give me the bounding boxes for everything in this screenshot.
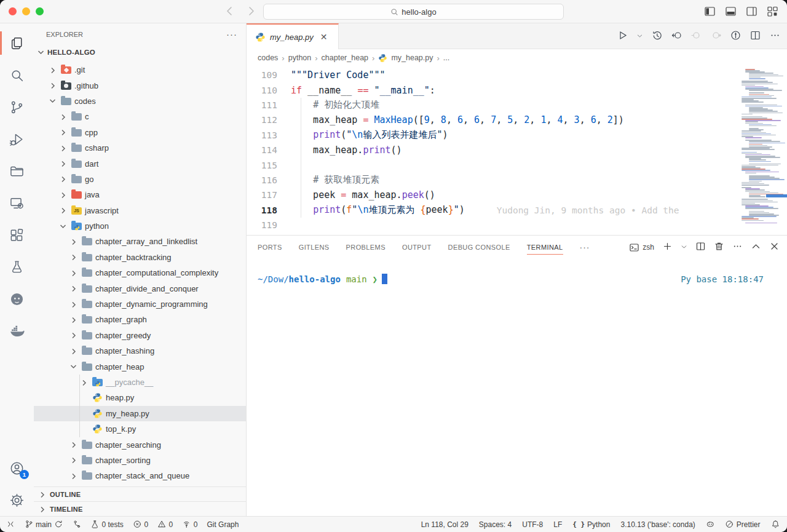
indentation[interactable]: Spaces: 4 bbox=[479, 520, 512, 529]
activity-explorer-icon[interactable] bbox=[0, 27, 34, 59]
python-interpreter[interactable]: 3.10.13 ('base': conda) bbox=[620, 520, 695, 529]
toggle-secondary-sidebar-icon[interactable] bbox=[746, 6, 757, 20]
tree-item--github[interactable]: .github bbox=[34, 77, 246, 93]
project-root-row[interactable]: HELLO-ALGO bbox=[34, 45, 246, 60]
terminal-dropdown-icon[interactable] bbox=[681, 242, 687, 253]
minimap[interactable] bbox=[734, 66, 787, 235]
tree-item-heap-py[interactable]: heap.py bbox=[34, 390, 246, 405]
close-window-button[interactable] bbox=[9, 7, 17, 15]
close-tab-icon[interactable]: ✕ bbox=[320, 32, 328, 42]
zoom-window-button[interactable] bbox=[36, 7, 44, 15]
breadcrumb-item[interactable]: ... bbox=[443, 54, 449, 62]
terminal-shell-chip[interactable]: zsh bbox=[629, 242, 654, 253]
file-history-icon[interactable] bbox=[651, 30, 663, 44]
previous-change-icon[interactable] bbox=[690, 30, 702, 44]
run-python-file-icon[interactable] bbox=[617, 30, 628, 44]
commit-graph-icon[interactable] bbox=[730, 30, 742, 44]
terminal-body[interactable]: ~/Dow/hello-algo main ❯ Py base 18:18:47 bbox=[247, 259, 787, 516]
outline-section[interactable]: OUTLINE bbox=[34, 486, 246, 501]
tree-item-chapter-backtracking[interactable]: chapter_backtracking bbox=[34, 250, 246, 265]
gitlens-indicator[interactable] bbox=[73, 520, 82, 529]
kill-terminal-icon[interactable] bbox=[714, 241, 724, 254]
tree-item-dart[interactable]: dart bbox=[34, 156, 246, 171]
activity-testing-icon[interactable] bbox=[0, 251, 34, 283]
tests-indicator[interactable]: 0 tests bbox=[90, 520, 124, 529]
timeline-section[interactable]: TIMELINE bbox=[34, 501, 246, 516]
new-terminal-icon[interactable] bbox=[662, 241, 673, 254]
toggle-primary-sidebar-icon[interactable] bbox=[704, 6, 716, 20]
tree-item-java[interactable]: java bbox=[34, 187, 246, 202]
tree-item-c[interactable]: c bbox=[34, 109, 246, 124]
tree-item-chapter-divide-and-conquer[interactable]: chapter_divide_and_conquer bbox=[34, 280, 246, 296]
eol[interactable]: LF bbox=[553, 520, 562, 529]
tree-item-chapter-stack-and-queue[interactable]: chapter_stack_and_queue bbox=[34, 468, 246, 483]
split-terminal-icon[interactable] bbox=[695, 241, 706, 254]
cursor-position[interactable]: Ln 118, Col 29 bbox=[421, 520, 469, 529]
tab-my-heap[interactable]: my_heap.py ✕ bbox=[247, 23, 339, 49]
tree-item-chapter-sorting[interactable]: chapter_sorting bbox=[34, 453, 246, 468]
nav-back-icon[interactable] bbox=[224, 5, 236, 20]
notifications[interactable] bbox=[771, 520, 780, 529]
more-actions-icon[interactable]: ··· bbox=[226, 29, 237, 39]
copilot[interactable] bbox=[706, 520, 715, 529]
tree-item-codes[interactable]: codes bbox=[34, 93, 246, 109]
panel-tab-debug-console[interactable]: DEBUG CONSOLE bbox=[448, 236, 510, 259]
remote-indicator[interactable] bbox=[6, 520, 15, 529]
activity-settings-icon[interactable] bbox=[0, 484, 34, 516]
command-center-search[interactable]: hello-algo bbox=[263, 4, 564, 20]
panel-tab-problems[interactable]: PROBLEMS bbox=[346, 236, 386, 259]
tree-item-chapter-hashing[interactable]: chapter_hashing bbox=[34, 343, 246, 359]
tree-item-my-heap-py[interactable]: my_heap.py bbox=[34, 406, 246, 421]
minimize-window-button[interactable] bbox=[22, 7, 30, 15]
warnings-indicator[interactable]: 0 bbox=[157, 520, 173, 529]
branch-indicator[interactable]: main bbox=[25, 520, 63, 529]
tree-item-chapter-graph[interactable]: chapter_graph bbox=[34, 312, 246, 327]
next-change-icon[interactable] bbox=[710, 30, 722, 44]
tree-item-chapter-greedy[interactable]: chapter_greedy bbox=[34, 328, 246, 343]
close-panel-icon[interactable] bbox=[769, 241, 780, 254]
panel-tab-terminal[interactable]: TERMINAL bbox=[527, 236, 563, 259]
toggle-panel-icon[interactable] bbox=[725, 6, 737, 20]
tree-item-csharp[interactable]: csharp bbox=[34, 140, 246, 156]
panel-tab-output[interactable]: OUTPUT bbox=[402, 236, 432, 259]
panel-more-actions-icon[interactable] bbox=[732, 241, 743, 254]
tree-item-chapter-computational-complexity[interactable]: chapter_computational_complexity bbox=[34, 265, 246, 280]
run-dropdown-icon[interactable] bbox=[636, 31, 643, 42]
open-changes-icon[interactable] bbox=[671, 30, 682, 44]
tree-item-top-k-py[interactable]: top_k.py bbox=[34, 421, 246, 437]
panel-more-tabs-icon[interactable]: ··· bbox=[580, 242, 590, 252]
tree-item-chapter-array-and-linkedlist[interactable]: chapter_array_and_linkedlist bbox=[34, 234, 246, 249]
activity-project-folder-icon[interactable] bbox=[0, 155, 34, 187]
activity-remote-explorer-icon[interactable] bbox=[0, 187, 34, 219]
errors-indicator[interactable]: 0 bbox=[133, 520, 148, 529]
activity-docker-icon[interactable] bbox=[0, 315, 34, 347]
breadcrumb-item[interactable]: python bbox=[288, 54, 312, 62]
git-graph[interactable]: Git Graph bbox=[207, 520, 239, 529]
language-mode[interactable]: { }Python bbox=[572, 520, 610, 529]
tree-item-chapter-searching[interactable]: chapter_searching bbox=[34, 437, 246, 452]
breadcrumb-item[interactable]: chapter_heap bbox=[322, 54, 368, 62]
breadcrumb-item[interactable]: my_heap.py bbox=[391, 54, 433, 62]
tree-item-cpp[interactable]: cpp bbox=[34, 125, 246, 140]
nav-forward-icon[interactable] bbox=[245, 5, 257, 20]
activity-source-control-icon[interactable] bbox=[0, 91, 34, 123]
prettier[interactable]: Prettier bbox=[725, 520, 760, 529]
activity-github-icon[interactable] bbox=[0, 283, 34, 315]
tree-item-chapter-dynamic-programming[interactable]: chapter_dynamic_programming bbox=[34, 296, 246, 312]
activity-run-debug-icon[interactable] bbox=[0, 123, 34, 155]
activity-search-icon[interactable] bbox=[0, 59, 34, 91]
tree-item-python[interactable]: python bbox=[34, 218, 246, 234]
encoding[interactable]: UTF-8 bbox=[522, 520, 543, 529]
panel-tab-gitlens[interactable]: GITLENS bbox=[299, 236, 330, 259]
ports-indicator[interactable]: 0 bbox=[182, 520, 197, 529]
breadcrumb-item[interactable]: codes bbox=[258, 54, 278, 62]
customize-layout-icon[interactable] bbox=[767, 6, 778, 20]
split-editor-icon[interactable] bbox=[749, 30, 761, 44]
editor-more-actions-icon[interactable] bbox=[769, 30, 781, 44]
tree-item-chapter-heap[interactable]: chapter_heap bbox=[34, 359, 246, 374]
tree-item-go[interactable]: go bbox=[34, 172, 246, 187]
activity-account-icon[interactable]: 1 bbox=[0, 452, 34, 484]
activity-extensions-icon[interactable] bbox=[0, 219, 34, 251]
tree-item--pycache-[interactable]: __pycache__ bbox=[34, 375, 246, 390]
tree-item--git[interactable]: .git bbox=[34, 62, 246, 77]
